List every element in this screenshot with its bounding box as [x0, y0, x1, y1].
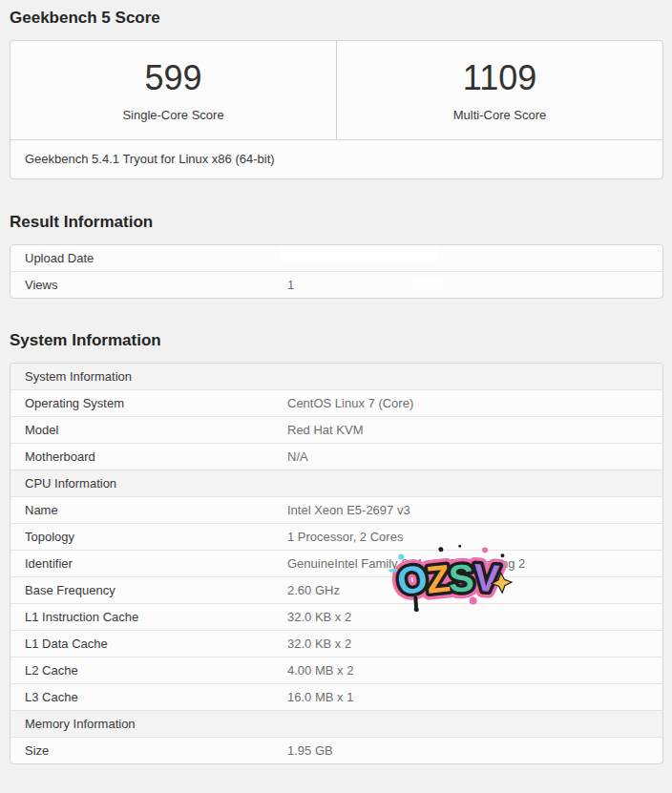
row-value: 1	[273, 272, 662, 299]
row-label: Name	[10, 497, 273, 524]
row-label: Motherboard	[10, 444, 273, 470]
geekbench-result-page: Geekbench 5 Score 599 Single-Core Score …	[0, 0, 672, 793]
row-value: 1.95 GB	[273, 738, 662, 764]
result-information-title: Result Information	[10, 213, 663, 232]
table-row: Topology 1 Processor, 2 Cores	[10, 524, 662, 551]
row-label: Identifier	[10, 551, 273, 577]
group-header-row: Memory Information	[10, 711, 662, 738]
row-value: 32.0 KB x 2	[273, 604, 662, 631]
table-row: Identifier GenuineIntel Family 6 Model 6…	[10, 551, 662, 577]
system-information-table: System Information Operating System Cent…	[10, 364, 662, 763]
single-core-score-value: 599	[144, 59, 201, 97]
row-value: 32.0 KB x 2	[273, 631, 662, 657]
row-label: Upload Date	[10, 245, 273, 272]
table-row: Operating System CentOS Linux 7 (Core)	[10, 390, 662, 417]
group-header-row: CPU Information	[10, 470, 662, 497]
row-value: 4.00 MB x 2	[273, 657, 662, 684]
row-label: L2 Cache	[10, 657, 273, 684]
page-title: Geekbench 5 Score	[10, 9, 663, 28]
score-cells: 599 Single-Core Score 1109 Multi-Core Sc…	[10, 41, 662, 140]
row-value: Intel Xeon E5-2697 v3	[273, 497, 662, 524]
row-value: 1 Processor, 2 Cores	[273, 524, 662, 551]
row-label: L1 Instruction Cache	[10, 604, 273, 631]
table-row: Motherboard N/A	[10, 444, 662, 470]
table-row: Base Frequency 2.60 GHz	[10, 577, 662, 604]
row-value: Red Hat KVM	[273, 417, 662, 444]
row-value: 2.60 GHz	[273, 577, 662, 604]
benchmark-version: Geekbench 5.4.1 Tryout for Linux x86 (64…	[10, 140, 662, 178]
multi-core-score-cell: 1109 Multi-Core Score	[337, 41, 662, 139]
row-label: Model	[10, 417, 273, 444]
table-row: L1 Instruction Cache 32.0 KB x 2	[10, 604, 662, 631]
row-value: 16.0 MB x 1	[273, 684, 662, 711]
group-header-row: System Information	[10, 364, 662, 390]
group-header-label: CPU Information	[10, 470, 662, 497]
multi-core-score-label: Multi-Core Score	[453, 108, 547, 122]
row-label: Size	[10, 738, 273, 764]
row-label: L3 Cache	[10, 684, 273, 711]
single-core-score-cell: 599 Single-Core Score	[10, 41, 337, 139]
table-row: Size 1.95 GB	[10, 738, 662, 764]
row-value: GenuineIntel Family 6 Model 63 Stepping …	[273, 551, 662, 577]
table-row: L3 Cache 16.0 MB x 1	[10, 684, 662, 711]
multi-core-score-value: 1109	[463, 59, 536, 97]
table-row: L1 Data Cache 32.0 KB x 2	[10, 631, 662, 657]
single-core-score-label: Single-Core Score	[122, 108, 223, 122]
table-row: Model Red Hat KVM	[10, 417, 662, 444]
table-row: Name Intel Xeon E5-2697 v3	[10, 497, 662, 524]
row-label: Topology	[10, 524, 273, 551]
score-box: 599 Single-Core Score 1109 Multi-Core Sc…	[10, 40, 663, 179]
table-row: Views 1	[10, 272, 662, 299]
table-row: L2 Cache 4.00 MB x 2	[10, 657, 662, 684]
row-label: Base Frequency	[10, 577, 273, 604]
redaction-patch	[411, 278, 442, 288]
row-value: N/A	[273, 444, 662, 470]
system-information-box: System Information Operating System Cent…	[10, 363, 663, 764]
group-header-label: System Information	[10, 364, 662, 390]
row-label: Operating System	[10, 390, 273, 417]
group-header-label: Memory Information	[10, 711, 662, 738]
system-information-title: System Information	[10, 331, 663, 350]
row-label: L1 Data Cache	[10, 631, 273, 657]
row-label: Views	[10, 272, 273, 299]
redaction-patch	[281, 247, 437, 261]
row-value: CentOS Linux 7 (Core)	[273, 390, 662, 417]
